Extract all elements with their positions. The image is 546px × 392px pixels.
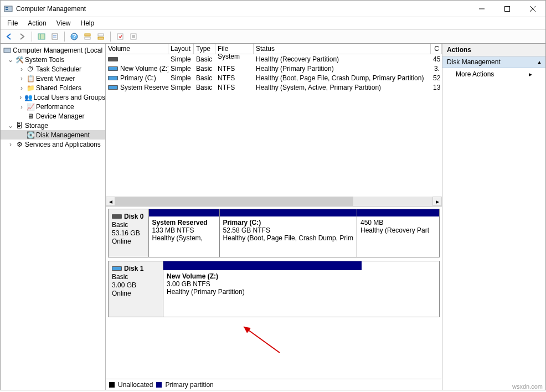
disk0-vol-recovery[interactable]: 450 MB Healthy (Recovery Part bbox=[357, 209, 439, 257]
tree-event-viewer[interactable]: › 📋 Event Viewer bbox=[1, 74, 105, 83]
forward-button[interactable] bbox=[16, 30, 28, 43]
chevron-right-icon: ▸ bbox=[529, 70, 532, 78]
actions-header: Actions bbox=[442, 44, 545, 56]
computer-icon bbox=[3, 46, 12, 55]
disk-graphical-view[interactable]: Disk 0 Basic 53.16 GB Online System Rese… bbox=[106, 207, 442, 379]
tree-label: Local Users and Groups bbox=[34, 94, 105, 101]
tree-label: Task Scheduler bbox=[36, 65, 81, 73]
tree-label: Performance bbox=[36, 103, 74, 111]
tree-pane[interactable]: Computer Management (Local ⌄ 🛠️ System T… bbox=[1, 44, 106, 390]
svg-text:?: ? bbox=[72, 33, 76, 40]
menu-view[interactable]: View bbox=[52, 18, 75, 28]
tree-device-manager[interactable]: 🖥 Device Manager bbox=[1, 111, 105, 121]
close-button[interactable] bbox=[520, 1, 545, 17]
app-icon bbox=[4, 4, 13, 13]
center-pane: Volume Layout Type File System Status C … bbox=[106, 44, 442, 390]
show-hide-button[interactable] bbox=[35, 30, 48, 43]
col-status[interactable]: Status bbox=[254, 44, 431, 54]
scroll-right-icon[interactable]: ▸ bbox=[432, 197, 442, 206]
disk0-vol-system-reserved[interactable]: System Reserved 133 MB NTFS Healthy (Sys… bbox=[149, 209, 220, 257]
view-top-button[interactable] bbox=[81, 30, 94, 43]
maximize-button[interactable] bbox=[495, 1, 520, 17]
disk-state: Online bbox=[112, 238, 145, 245]
tree-label: Shared Folders bbox=[36, 84, 81, 92]
tree-system-tools[interactable]: ⌄ 🛠️ System Tools bbox=[1, 55, 105, 64]
disk-type: Basic bbox=[112, 221, 145, 229]
scroll-thumb[interactable] bbox=[115, 197, 353, 206]
disk-size: 3.00 GB bbox=[112, 281, 159, 289]
svg-rect-23 bbox=[4, 48, 11, 53]
svg-rect-2 bbox=[6, 9, 8, 10]
event-icon: 📋 bbox=[26, 74, 35, 83]
tree-performance[interactable]: › 📈 Performance bbox=[1, 102, 105, 111]
expand-icon[interactable]: › bbox=[18, 84, 25, 92]
disk-1-label[interactable]: Disk 1 Basic 3.00 GB Online bbox=[109, 261, 163, 317]
col-type[interactable]: Type bbox=[194, 44, 215, 54]
disk-0-label[interactable]: Disk 0 Basic 53.16 GB Online bbox=[109, 209, 149, 257]
expand-icon[interactable]: › bbox=[7, 141, 14, 148]
expand-icon[interactable]: › bbox=[18, 65, 25, 73]
titlebar: Computer Management bbox=[1, 1, 545, 17]
tree-storage[interactable]: ⌄ 🗄 Storage bbox=[1, 121, 105, 130]
tools-icon: 🛠️ bbox=[15, 55, 24, 64]
disk0-vol-primary-c[interactable]: Primary (C:) 52.58 GB NTFS Healthy (Boot… bbox=[220, 209, 357, 257]
svg-rect-9 bbox=[52, 34, 58, 39]
help-button[interactable]: ? bbox=[68, 30, 80, 43]
horizontal-scrollbar[interactable]: ◂ ▸ bbox=[106, 197, 442, 206]
window-title: Computer Management bbox=[16, 5, 469, 13]
expand-icon[interactable]: › bbox=[18, 75, 25, 82]
menubar: File Action View Help bbox=[1, 17, 545, 29]
legend-primary-label: Primary partition bbox=[165, 381, 213, 389]
volume-list[interactable]: Volume Layout Type File System Status C … bbox=[106, 44, 442, 207]
col-layout[interactable]: Layout bbox=[168, 44, 194, 54]
disk-icon bbox=[112, 266, 122, 271]
tree-label: Storage bbox=[25, 122, 48, 130]
volume-row[interactable]: System ReservedSimpleBasicNTFSHealthy (S… bbox=[106, 82, 442, 92]
watermark: wsxdn.com bbox=[512, 383, 543, 390]
col-capacity[interactable]: C bbox=[431, 44, 442, 54]
disk-row-0[interactable]: Disk 0 Basic 53.16 GB Online System Rese… bbox=[108, 209, 440, 257]
svg-rect-1 bbox=[6, 7, 8, 8]
view-bottom-button[interactable] bbox=[95, 30, 107, 43]
list-button[interactable] bbox=[127, 30, 140, 43]
svg-rect-17 bbox=[98, 37, 104, 39]
svg-rect-4 bbox=[505, 6, 510, 11]
tree-label: Event Viewer bbox=[36, 75, 75, 82]
col-filesystem[interactable]: File System bbox=[215, 44, 254, 54]
tree-task-scheduler[interactable]: › ⏱ Task Scheduler bbox=[1, 64, 105, 74]
volume-row[interactable]: Primary (C:)SimpleBasicNTFSHealthy (Boot… bbox=[106, 73, 442, 82]
properties-button[interactable] bbox=[49, 30, 61, 43]
minimize-button[interactable] bbox=[469, 1, 495, 17]
expand-icon[interactable]: › bbox=[18, 103, 25, 111]
scroll-left-icon[interactable]: ◂ bbox=[106, 197, 115, 206]
actions-item-label: More Actions bbox=[456, 70, 494, 78]
menu-help[interactable]: Help bbox=[76, 18, 99, 28]
collapse-icon[interactable]: ▴ bbox=[538, 58, 541, 66]
volume-row[interactable]: New Volume (Z:)SimpleBasicNTFSHealthy (P… bbox=[106, 64, 442, 73]
settings-button[interactable] bbox=[114, 30, 126, 43]
collapse-icon[interactable]: ⌄ bbox=[7, 56, 14, 64]
actions-section[interactable]: Disk Management ▴ bbox=[442, 56, 545, 68]
tree-root[interactable]: Computer Management (Local bbox=[1, 45, 105, 55]
tree-shared-folders[interactable]: › 📁 Shared Folders bbox=[1, 83, 105, 92]
disk1-vol-new-volume-z[interactable]: New Volume (Z:) 3.00 GB NTFS Healthy (Pr… bbox=[163, 261, 362, 317]
services-icon: ⚙ bbox=[15, 140, 24, 149]
more-actions-item[interactable]: More Actions ▸ bbox=[442, 68, 545, 80]
expand-icon[interactable]: › bbox=[18, 94, 23, 101]
disk-row-1[interactable]: Disk 1 Basic 3.00 GB Online New Volume (… bbox=[108, 261, 440, 317]
volume-row[interactable]: SimpleBasicHealthy (Recovery Partition)4… bbox=[106, 54, 442, 64]
tree-services-apps[interactable]: › ⚙ Services and Applications bbox=[1, 140, 105, 149]
back-button[interactable] bbox=[3, 30, 15, 43]
folder-icon: 📁 bbox=[26, 84, 35, 92]
menu-file[interactable]: File bbox=[3, 18, 22, 28]
col-volume[interactable]: Volume bbox=[106, 44, 168, 54]
legend-primary-swatch bbox=[156, 382, 162, 388]
users-icon: 👥 bbox=[24, 93, 33, 102]
menu-action[interactable]: Action bbox=[23, 18, 50, 28]
svg-rect-7 bbox=[38, 34, 45, 39]
tree-local-users[interactable]: › 👥 Local Users and Groups bbox=[1, 92, 105, 102]
collapse-icon[interactable]: ⌄ bbox=[7, 122, 14, 130]
toolbar: ? bbox=[1, 29, 545, 44]
clock-icon: ⏱ bbox=[26, 65, 35, 74]
tree-disk-management[interactable]: 💽 Disk Management bbox=[1, 130, 105, 140]
